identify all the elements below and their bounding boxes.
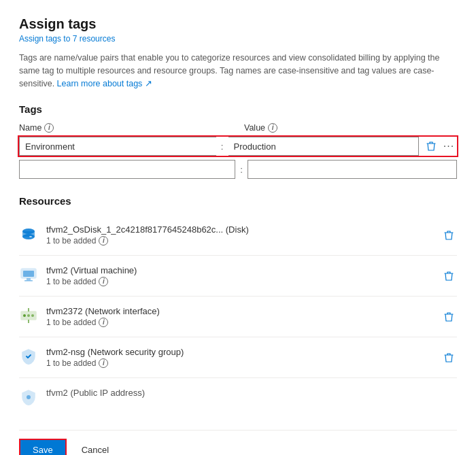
resource-item: tfvm2372 (Network interface) 1 to be add… xyxy=(19,297,457,337)
save-button[interactable]: Save xyxy=(19,439,67,455)
resource-item: tfvm2 (Virtual machine) 1 to be added i xyxy=(19,256,457,297)
svg-rect-7 xyxy=(24,280,33,282)
resource-name: tfvm2372 (Network interface) xyxy=(46,306,432,316)
tag1-name-input[interactable] xyxy=(19,137,216,156)
value-col-label: Value xyxy=(244,123,265,133)
resource-status: 1 to be added i xyxy=(46,358,432,368)
page-description: Tags are name/value pairs that enable yo… xyxy=(19,52,457,90)
resource3-delete-button[interactable] xyxy=(441,309,457,325)
tag1-delete-button[interactable] xyxy=(423,138,439,154)
resource-info: tfvm2372 (Network interface) 1 to be add… xyxy=(46,306,432,327)
resource2-delete-button[interactable] xyxy=(441,268,457,284)
tag1-more-button[interactable]: ··· xyxy=(441,138,457,154)
resource4-delete[interactable] xyxy=(441,347,457,366)
cancel-button[interactable]: Cancel xyxy=(73,439,117,455)
resource-info: tfvm2_OsDisk_1_2c4218f8177645248b62c... … xyxy=(46,224,432,246)
resource-status-info-icon[interactable]: i xyxy=(99,277,108,286)
resource-name: tfvm2_OsDisk_1_2c4218f8177645248b62c... … xyxy=(46,224,432,235)
resource-status: 1 to be added i xyxy=(46,277,432,286)
name-info-icon[interactable]: i xyxy=(44,123,54,133)
svg-rect-5 xyxy=(23,271,34,277)
resource-info: tfvm2 (Public IP address) xyxy=(46,388,457,398)
svg-point-2 xyxy=(22,234,35,239)
resource-info: tfvm2-nsg (Network security group) 1 to … xyxy=(46,347,432,368)
resources-section-title: Resources xyxy=(19,195,457,207)
ip-icon xyxy=(19,388,38,407)
ni-icon xyxy=(19,306,38,325)
tag1-separator: : xyxy=(216,141,228,152)
learn-more-link[interactable]: Learn more about tags ↗ xyxy=(57,79,152,88)
tags-section-title: Tags xyxy=(19,103,457,115)
resource-status: 1 to be added i xyxy=(46,318,432,327)
resource-status-info-icon[interactable]: i xyxy=(99,318,108,327)
resource-status-info-icon[interactable]: i xyxy=(99,358,108,368)
resource-name: tfvm2-nsg (Network security group) xyxy=(46,347,432,357)
svg-rect-13 xyxy=(28,320,29,323)
svg-rect-12 xyxy=(28,308,29,311)
resource-item: tfvm2-nsg (Network security group) 1 to … xyxy=(19,337,457,378)
resource4-delete-button[interactable] xyxy=(441,350,457,366)
page-title: Assign tags xyxy=(19,16,457,32)
svg-point-10 xyxy=(27,314,30,317)
resource-name: tfvm2 (Public IP address) xyxy=(46,388,457,398)
resource1-delete-button[interactable] xyxy=(441,227,457,243)
resource-status: 1 to be added i xyxy=(46,236,432,246)
resource2-delete[interactable] xyxy=(441,265,457,284)
tag1-value-input[interactable] xyxy=(228,137,420,156)
svg-point-11 xyxy=(31,314,34,317)
tag1-actions: ··· xyxy=(423,138,457,154)
name-col-label: Name xyxy=(19,123,41,133)
resource1-delete[interactable] xyxy=(441,224,457,243)
resource-name: tfvm2 (Virtual machine) xyxy=(46,265,432,275)
resource-item: tfvm2_OsDisk_1_2c4218f8177645248b62c... … xyxy=(19,215,457,256)
svg-rect-6 xyxy=(27,278,31,280)
resources-section: Resources tfvm2_OsDisk_1_2c4218f81776452… xyxy=(19,195,457,416)
resource-status-info-icon[interactable]: i xyxy=(99,236,108,246)
tag2-name-input[interactable] xyxy=(19,160,235,179)
vm-icon xyxy=(19,265,38,284)
tag2-row: : xyxy=(19,160,457,179)
tag2-separator: : xyxy=(235,165,248,175)
value-info-icon[interactable]: i xyxy=(268,123,277,133)
svg-point-3 xyxy=(29,236,32,237)
footer-actions: Save Cancel xyxy=(19,430,457,455)
svg-point-14 xyxy=(27,395,31,399)
page-subtitle: Assign tags to 7 resources xyxy=(19,34,457,44)
resource-item: tfvm2 (Public IP address) xyxy=(19,378,457,416)
resource-info: tfvm2 (Virtual machine) 1 to be added i xyxy=(46,265,432,286)
disk-icon xyxy=(19,224,38,243)
tag2-value-input[interactable] xyxy=(248,160,457,179)
svg-point-9 xyxy=(23,314,26,317)
resource3-delete[interactable] xyxy=(441,306,457,325)
nsg-icon xyxy=(19,347,38,366)
